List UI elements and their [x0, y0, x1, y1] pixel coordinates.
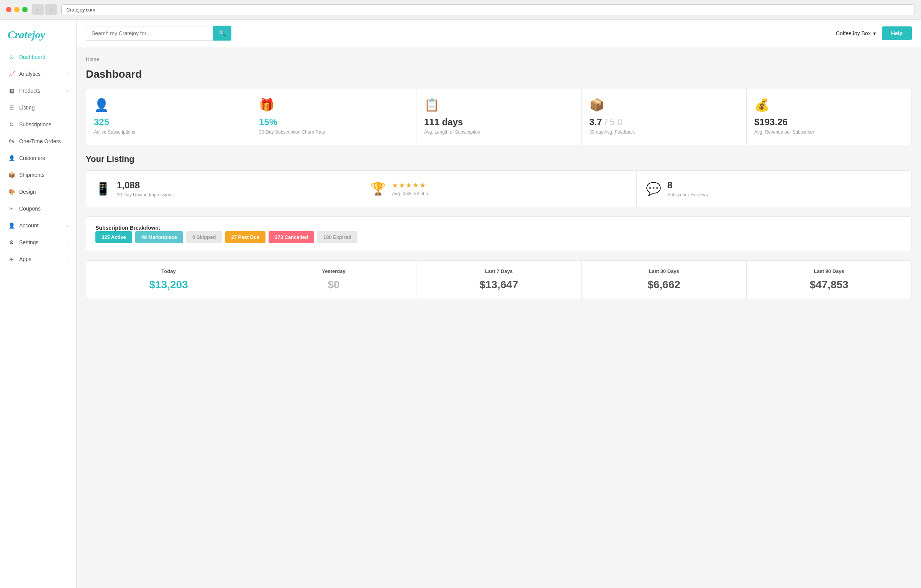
- sidebar-item-apps[interactable]: ⊞ Apps ›: [0, 251, 76, 268]
- page-title: Dashboard: [86, 68, 912, 80]
- browser-chrome: ‹ › Cratejoy.com: [0, 0, 921, 20]
- pill-skipped[interactable]: 0 Skipped: [186, 231, 222, 243]
- nav-label-one-time-orders: One-Time Orders: [19, 138, 69, 144]
- nav-label-settings: Settings: [19, 239, 67, 245]
- stat-card-1: 🎁 15% 30-Day Subscription Churn Rate: [251, 88, 416, 145]
- listing-value-0: 1,088: [117, 180, 174, 191]
- sidebar: Cratejoy ⊙ Dashboard 📈 Analytics › ▦ Pro…: [0, 20, 77, 588]
- rev-amount-3: $6,662: [591, 279, 737, 291]
- maximize-button[interactable]: [22, 7, 28, 12]
- rev-period-label-0: Today: [95, 268, 242, 274]
- stat-icon-0: 👤: [94, 98, 243, 112]
- rev-amount-1: $0: [261, 279, 407, 291]
- stat-value: 325: [94, 117, 243, 127]
- stat-card-4: 💰 $193.26 Avg. Revenue per Subscriber: [747, 88, 911, 145]
- revenue-section: Today $13,203 Yesterday $0 Last 7 Days $…: [86, 260, 912, 299]
- forward-button[interactable]: ›: [45, 4, 57, 15]
- listing-card-2: 💬 8 Subscriber Reviews: [637, 171, 911, 207]
- nav-label-products: Products: [19, 88, 67, 94]
- listing-rating-label: Avg. 4.88 out of 5: [392, 191, 428, 196]
- search-input[interactable]: [86, 26, 213, 41]
- stat-label-4: Avg. Revenue per Subscriber: [754, 129, 904, 136]
- search-button[interactable]: 🔍: [213, 26, 231, 41]
- listing-info-2: 8 Subscriber Reviews: [667, 180, 708, 198]
- address-bar[interactable]: Cratejoy.com: [61, 4, 915, 15]
- nav-label-design: Design: [19, 189, 69, 195]
- pill-active[interactable]: 325 Active: [95, 231, 132, 243]
- content-area: Home Dashboard 👤 325 Active Subscription…: [77, 47, 921, 588]
- listing-info-0: 1,088 30-Day Unique Impressions: [117, 180, 174, 198]
- close-button[interactable]: [6, 7, 11, 12]
- sidebar-item-subscriptions[interactable]: ↻ Subscriptions: [0, 116, 76, 133]
- store-name: CoffeeJoy Box: [836, 30, 871, 36]
- topbar: 🔍 CoffeeJoy Box ▾ Help: [77, 20, 921, 47]
- sidebar-item-one-time-orders[interactable]: 🛍 One-Time Orders: [0, 133, 76, 150]
- sidebar-item-design[interactable]: 🎨 Design: [0, 183, 76, 200]
- pill-marketplace[interactable]: 49 Marketplace: [135, 231, 183, 243]
- breakdown-section: Subscription Breakdown: 325 Active49 Mar…: [86, 216, 912, 251]
- sidebar-item-shipments[interactable]: 📦 Shipments: [0, 167, 76, 183]
- revenue-period-0: Today $13,203: [86, 261, 251, 299]
- listing-card-1: 🏆 ★★★★★ Avg. 4.88 out of 5: [361, 171, 636, 207]
- listing-card-0: 📱 1,088 30-Day Unique Impressions: [86, 171, 361, 207]
- pill-expired[interactable]: 180 Expired: [317, 231, 357, 243]
- stat-icon-3: 📦: [589, 98, 739, 112]
- app-layout: Cratejoy ⊙ Dashboard 📈 Analytics › ▦ Pro…: [0, 20, 921, 588]
- pill-pastdue[interactable]: 27 Past Due: [225, 231, 266, 243]
- revenue-period-4: Last 90 Days $47,853: [747, 261, 911, 299]
- orders-icon: 🛍: [8, 137, 15, 145]
- chevron-icon: ›: [67, 240, 69, 245]
- rev-amount-2: $13,647: [426, 279, 572, 291]
- sidebar-item-coupons[interactable]: ✂ Coupons: [0, 200, 76, 217]
- sidebar-item-account[interactable]: 👤 Account ›: [0, 217, 76, 234]
- back-button[interactable]: ‹: [32, 4, 44, 15]
- breakdown-pills: 325 Active49 Marketplace0 Skipped27 Past…: [95, 231, 902, 243]
- apps-icon: ⊞: [8, 255, 15, 263]
- stat-label-1: 30-Day Subscription Churn Rate: [259, 129, 408, 136]
- settings-icon: ⚙: [8, 238, 15, 246]
- listing-label-0: 30-Day Unique Impressions: [117, 192, 174, 198]
- listing-icon-0: 📱: [95, 181, 111, 196]
- nav-label-shipments: Shipments: [19, 172, 69, 178]
- nav-label-coupons: Coupons: [19, 206, 69, 212]
- pill-cancelled[interactable]: 373 Cancelled: [269, 231, 314, 243]
- sidebar-item-listing[interactable]: ☰ Listing: [0, 99, 76, 116]
- design-icon: 🎨: [8, 188, 15, 196]
- traffic-lights: [6, 7, 28, 12]
- divider: / 5.0: [605, 117, 623, 127]
- breadcrumb: Home: [86, 56, 912, 62]
- sidebar-item-products[interactable]: ▦ Products ›: [0, 82, 76, 99]
- listing-icon-1: 🏆: [370, 181, 386, 196]
- breakdown-label: Subscription Breakdown:: [95, 225, 161, 231]
- rev-amount-0: $13,203: [95, 279, 242, 291]
- analytics-icon: 📈: [8, 70, 15, 78]
- sidebar-item-customers[interactable]: 👤 Customers: [0, 150, 76, 167]
- listing-icon: ☰: [8, 104, 15, 111]
- revenue-period-2: Last 7 Days $13,647: [416, 261, 582, 299]
- nav-buttons: ‹ ›: [32, 4, 57, 15]
- stat-icon-4: 💰: [754, 98, 904, 112]
- sidebar-item-settings[interactable]: ⚙ Settings ›: [0, 234, 76, 251]
- stat-icon-2: 📋: [424, 98, 574, 112]
- revenue-period-1: Yesterday $0: [251, 261, 416, 299]
- subscriptions-icon: ↻: [8, 121, 15, 128]
- revenue-cols: Today $13,203 Yesterday $0 Last 7 Days $…: [86, 261, 911, 299]
- stat-label-3: 30-day Avg. Feedback: [589, 129, 739, 136]
- sidebar-item-dashboard[interactable]: ⊙ Dashboard: [0, 49, 76, 65]
- listing-info-1: ★★★★★ Avg. 4.88 out of 5: [392, 181, 428, 196]
- listing-label-2: Subscriber Reviews: [667, 192, 708, 198]
- listing-value-2: 8: [667, 180, 708, 191]
- topbar-right: CoffeeJoy Box ▾ Help: [836, 26, 912, 40]
- revenue-period-3: Last 30 Days $6,662: [582, 261, 747, 299]
- sidebar-item-analytics[interactable]: 📈 Analytics ›: [0, 65, 76, 82]
- logo: Cratejoy: [0, 20, 76, 49]
- stat-cards: 👤 325 Active Subscriptions 🎁 15% 30-Day …: [86, 88, 912, 145]
- main-area: 🔍 CoffeeJoy Box ▾ Help Home Dashboard 👤 …: [77, 20, 921, 588]
- rev-amount-4: $47,853: [756, 279, 902, 291]
- minimize-button[interactable]: [14, 7, 20, 12]
- rev-period-label-1: Yesterday: [261, 268, 407, 274]
- store-selector[interactable]: CoffeeJoy Box ▾: [836, 30, 876, 36]
- chevron-icon: ›: [67, 72, 69, 76]
- help-button[interactable]: Help: [882, 26, 912, 40]
- products-icon: ▦: [8, 87, 15, 95]
